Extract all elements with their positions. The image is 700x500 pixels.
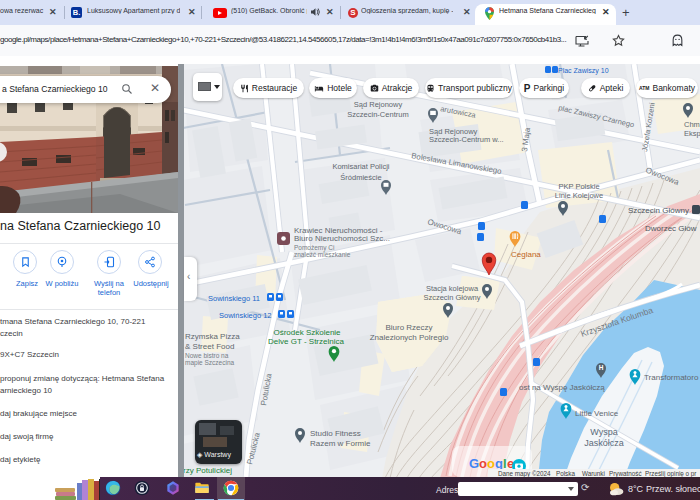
svg-text:& Street Food: & Street Food bbox=[185, 342, 234, 351]
svg-text:Szczecin Główny: Szczecin Główny bbox=[423, 293, 480, 302]
svg-text:Sąd Rejonowy: Sąd Rejonowy bbox=[354, 100, 403, 109]
svg-text:mapie Szczecina: mapie Szczecina bbox=[185, 359, 235, 367]
svg-text:Szczecin-Centrum: Szczecin-Centrum bbox=[347, 110, 408, 119]
svg-text:G: G bbox=[469, 456, 479, 471]
svg-text:Studio Fitness: Studio Fitness bbox=[310, 429, 361, 438]
svg-text:Transformatoro: Transformatoro bbox=[644, 373, 699, 382]
svg-text:Ośrodek Szkolenie: Ośrodek Szkolenie bbox=[273, 328, 341, 337]
svg-text:Jaskółcza: Jaskółcza bbox=[584, 438, 624, 448]
svg-text:Dane mapy ©2024: Dane mapy ©2024 bbox=[498, 470, 551, 478]
svg-text:Stacja kolejowa: Stacja kolejowa bbox=[426, 284, 479, 293]
svg-text:Szczecin-Centrum w...: Szczecin-Centrum w... bbox=[429, 135, 504, 144]
svg-text:Szczecin Główny: Szczecin Główny bbox=[628, 206, 689, 215]
svg-text:rzy Potulickiej: rzy Potulickiej bbox=[183, 466, 232, 475]
svg-text:Polska: Polska bbox=[556, 470, 575, 477]
svg-text:Little Venice: Little Venice bbox=[575, 409, 619, 418]
svg-text:Delve GT - Strzelnica: Delve GT - Strzelnica bbox=[268, 337, 344, 346]
svg-text:Rzymska Pizza: Rzymska Pizza bbox=[185, 332, 240, 341]
svg-text:Nowe bistro na: Nowe bistro na bbox=[185, 352, 229, 359]
svg-text:Eksp: Eksp bbox=[684, 129, 700, 138]
svg-text:Plac Zawiszy 10: Plac Zawiszy 10 bbox=[558, 67, 609, 75]
svg-text:Warunki: Warunki bbox=[582, 470, 605, 477]
svg-text:H: H bbox=[599, 364, 604, 371]
svg-text:Biuro Rzeczy: Biuro Rzeczy bbox=[385, 323, 432, 332]
svg-text:o: o bbox=[487, 456, 495, 471]
svg-text:Wyspa: Wyspa bbox=[590, 427, 617, 437]
svg-text:Komisariat Policji: Komisariat Policji bbox=[332, 162, 389, 171]
svg-text:Sowińskiego 11: Sowińskiego 11 bbox=[208, 294, 260, 303]
svg-text:Znalezionych Polregio: Znalezionych Polregio bbox=[370, 333, 449, 342]
svg-text:Razem w Formie: Razem w Formie bbox=[310, 439, 371, 448]
svg-text:Sowińskiego 12: Sowińskiego 12 bbox=[219, 311, 272, 320]
svg-text:Dworzec Głów: Dworzec Głów bbox=[645, 224, 697, 233]
svg-text:o: o bbox=[479, 456, 487, 471]
svg-text:Prywatność: Prywatność bbox=[609, 470, 642, 478]
svg-text:Ceglana: Ceglana bbox=[511, 250, 541, 259]
svg-text:Linie Kolejowe: Linie Kolejowe bbox=[555, 191, 603, 200]
svg-text:Biuro Nieruchomości Szc...: Biuro Nieruchomości Szc... bbox=[294, 234, 390, 243]
svg-text:znaleźć mieszkanie: znaleźć mieszkanie bbox=[294, 251, 351, 258]
svg-text:Prześlij opinię o pr: Prześlij opinię o pr bbox=[645, 470, 696, 478]
svg-text:PKP Polskie: PKP Polskie bbox=[558, 182, 599, 191]
svg-text:Chm: Chm bbox=[684, 120, 700, 129]
svg-text:Śródmieście: Śródmieście bbox=[340, 173, 381, 182]
svg-text:ost na Wyspę Jaskółczą: ost na Wyspę Jaskółczą bbox=[519, 383, 605, 392]
